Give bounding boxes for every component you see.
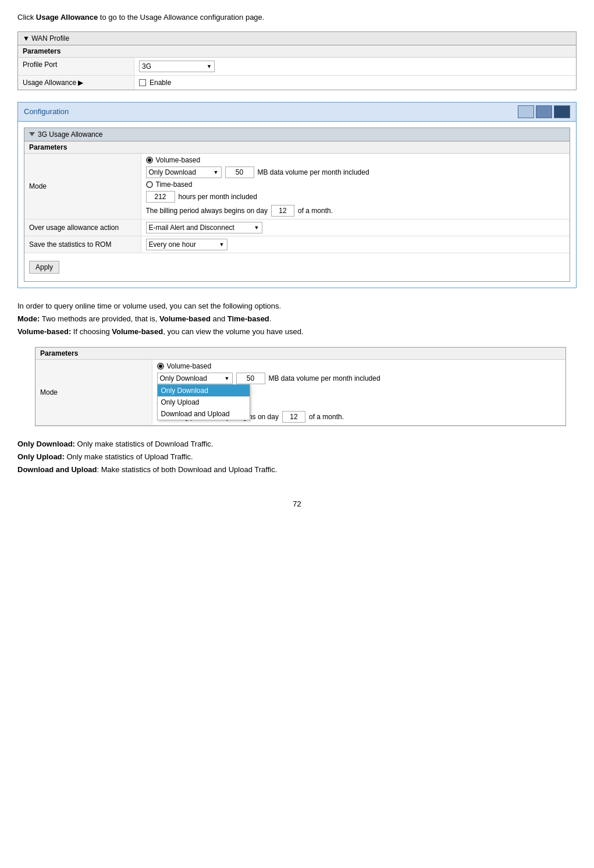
config-icon-group xyxy=(518,105,570,118)
mode-table-2: Mode Volume-based Only Download ▼ xyxy=(35,360,565,426)
section3-line3: Download and Upload: Make statistics of … xyxy=(17,463,577,476)
over-usage-row: Over usage allowance action E-mail Alert… xyxy=(24,219,570,236)
apply-row: Apply xyxy=(24,253,570,281)
only-upload-bold: Only Upload: xyxy=(17,452,65,461)
dropdown-list: Only Download Only Upload Download and U… xyxy=(157,384,250,420)
section2-line2: Mode: Two methods are provided, that is,… xyxy=(17,313,577,325)
profile-port-select[interactable]: 3G ▼ xyxy=(139,61,215,72)
icon-rect-1 xyxy=(518,105,534,118)
save-stats-select[interactable]: Every one hour ▼ xyxy=(146,239,227,250)
volume-based-bold: Volume-based xyxy=(159,314,211,323)
save-stats-value: Every one hour ▼ xyxy=(141,236,570,253)
profile-port-label: Profile Port xyxy=(18,58,134,75)
mode-table: Mode Volume-based Only Download ▼ MB dat… xyxy=(24,154,570,253)
usage-params-label: Parameters xyxy=(24,141,570,154)
save-stats-label: Save the statistics to ROM xyxy=(24,236,141,253)
time-row: hours per month included xyxy=(146,191,565,203)
usage-allowance-value: Enable xyxy=(134,76,576,90)
icon-rect-3 xyxy=(554,105,570,118)
volume-type-select[interactable]: Only Download ▼ xyxy=(146,166,222,178)
triangle-icon xyxy=(29,132,35,136)
time-based-bold: Time-based xyxy=(227,314,269,323)
only-download-bold: Only Download: xyxy=(17,440,75,448)
section2-text: In order to query online time or volume … xyxy=(17,300,577,338)
volume-row: Only Download ▼ MB data volume per month… xyxy=(146,166,565,178)
mode-row: Mode Volume-based Only Download ▼ MB dat… xyxy=(24,154,570,219)
volume-input-2[interactable] xyxy=(236,373,265,384)
time-based-radio[interactable] xyxy=(146,181,153,188)
chevron-down-icon: ▼ xyxy=(254,225,259,231)
chevron-down-icon: ▼ xyxy=(207,63,212,69)
section3-text: Only Download: Only make statistics of D… xyxy=(17,438,577,476)
dropdown-item-download-upload[interactable]: Download and Upload xyxy=(158,408,250,420)
volume-row-2: Only Download ▼ Only Download Only Uploa… xyxy=(157,373,561,384)
usage-allowance-header: 3G Usage Allowance xyxy=(24,128,570,141)
wan-profile-table: ▼ WAN Profile Parameters Profile Port 3G… xyxy=(17,31,577,90)
over-usage-select[interactable]: E-mail Alert and Disconnect ▼ xyxy=(146,222,262,233)
over-usage-value: E-mail Alert and Disconnect ▼ xyxy=(141,219,570,236)
section3-line2: Only Upload: Only make statistics of Upl… xyxy=(17,451,577,463)
params-label-2: Parameters xyxy=(35,348,565,360)
volume-based-option: Volume-based xyxy=(146,156,565,164)
chevron-down-icon: ▼ xyxy=(214,169,219,175)
dropdown-trigger[interactable]: Only Download ▼ xyxy=(157,373,233,384)
profile-port-row: Profile Port 3G ▼ xyxy=(18,58,576,76)
time-based-option: Time-based xyxy=(146,180,565,189)
volume-based-radio[interactable] xyxy=(146,157,153,164)
mode-value-cell-2: Volume-based Only Download ▼ Only Downlo… xyxy=(152,360,565,426)
volume-type-dropdown[interactable]: Only Download ▼ Only Download Only Uploa… xyxy=(157,373,233,384)
apply-button[interactable]: Apply xyxy=(29,261,59,274)
mode-bold: Mode: xyxy=(17,314,40,323)
mode-label-2: Mode xyxy=(35,360,152,426)
chevron-down-icon: ▼ xyxy=(225,375,230,381)
volume-based-bold2: Volume-based xyxy=(112,327,163,336)
wan-profile-header: ▼ WAN Profile xyxy=(18,32,576,45)
page-footer: 72 xyxy=(17,499,577,508)
section3-line1: Only Download: Only make statistics of D… xyxy=(17,438,577,451)
section2-line1: In order to query online time or volume … xyxy=(17,300,577,313)
mode-label: Mode xyxy=(24,154,141,219)
config-title: Configuration xyxy=(24,107,69,116)
wan-params-header: Parameters xyxy=(18,45,576,58)
billing-day-input[interactable] xyxy=(271,205,294,217)
section2-line3: Volume-based: If choosing Volume-based, … xyxy=(17,325,577,338)
volume-based-prefix: Volume-based: xyxy=(17,327,71,336)
usage-allowance-link: Usage Allowance xyxy=(36,13,98,22)
config-header: Configuration xyxy=(18,102,576,122)
profile-port-value: 3G ▼ xyxy=(134,58,576,75)
volume-input[interactable] xyxy=(225,166,254,178)
intro-paragraph: Click Usage Allowance to go to the Usage… xyxy=(17,12,577,23)
billing-day-input-2[interactable] xyxy=(282,411,305,423)
over-usage-label: Over usage allowance action xyxy=(24,219,141,236)
params-box2: Parameters Mode Volume-based Only Downlo… xyxy=(35,347,566,426)
dropdown-item-only-upload[interactable]: Only Upload xyxy=(158,396,250,408)
page-number: 72 xyxy=(293,499,301,508)
dropdown-item-only-download[interactable]: Only Download xyxy=(158,385,250,396)
enable-checkbox[interactable] xyxy=(139,79,146,86)
configuration-box: Configuration 3G Usage Allowance Paramet… xyxy=(17,102,577,288)
intro-text: to go to the Usage Allowance configurati… xyxy=(100,13,265,22)
volume-based-option-2: Volume-based xyxy=(157,362,561,370)
billing-row: The billing period always begins on day … xyxy=(146,205,565,217)
mode-row-2: Mode Volume-based Only Download ▼ xyxy=(35,360,565,426)
save-stats-row: Save the statistics to ROM Every one hou… xyxy=(24,236,570,253)
volume-based-radio-2[interactable] xyxy=(157,363,164,370)
mode-value-cell: Volume-based Only Download ▼ MB data vol… xyxy=(141,154,570,219)
usage-allowance-section: 3G Usage Allowance Parameters Mode Volum… xyxy=(24,127,570,282)
usage-allowance-label: Usage Allowance ▶ xyxy=(18,76,134,90)
hours-input[interactable] xyxy=(146,191,175,203)
usage-allowance-row: Usage Allowance ▶ Enable xyxy=(18,76,576,90)
download-upload-bold: Download and Upload xyxy=(17,465,97,474)
icon-rect-2 xyxy=(536,105,552,118)
chevron-down-icon: ▼ xyxy=(219,242,225,247)
